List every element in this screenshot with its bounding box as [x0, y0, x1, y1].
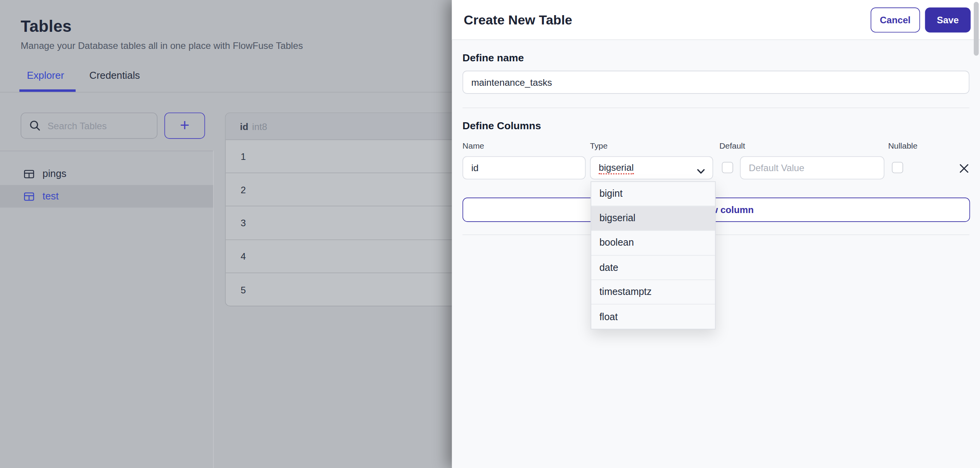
type-dropdown-menu: bigint bigserial boolean date timestampt…	[590, 181, 715, 329]
cell-value: 2	[241, 184, 246, 195]
section-divider	[462, 107, 969, 108]
column-name-value: id	[471, 163, 479, 173]
cell-value: 3	[241, 218, 246, 228]
panel-title: Create New Table	[464, 12, 870, 27]
cell-value: 4	[241, 251, 246, 261]
search-placeholder: Search Tables	[47, 120, 107, 131]
cell-value: 5	[241, 284, 246, 295]
dropdown-option-timestamptz[interactable]: timestamptz	[591, 280, 715, 304]
remove-column-button[interactable]	[958, 163, 970, 174]
close-icon	[959, 163, 968, 173]
table-list: pings test	[0, 163, 213, 208]
cell-value: 1	[241, 151, 246, 161]
table-item-label: test	[43, 191, 59, 202]
table-item-label: pings	[43, 168, 67, 179]
dropdown-option-float[interactable]: float	[591, 304, 715, 329]
table-icon	[24, 191, 34, 201]
sidebar-item-pings[interactable]: pings	[0, 163, 213, 185]
page-subtitle: Manage your Database tables all in one p…	[21, 40, 303, 50]
chevron-down-icon	[697, 166, 705, 176]
dropdown-option-bigserial[interactable]: bigserial	[591, 206, 715, 231]
column-type-value: bigserial	[599, 161, 634, 174]
save-button[interactable]: Save	[925, 7, 971, 32]
create-table-panel: Create New Table Cancel Save Define name…	[452, 0, 980, 468]
label-nullable: Nullable	[888, 141, 918, 151]
tab-divider	[0, 92, 452, 93]
section-divider	[462, 234, 969, 235]
column-name: id	[240, 121, 248, 132]
sidebar-item-test[interactable]: test	[0, 185, 213, 208]
add-new-column-button[interactable]: Add new column	[462, 198, 970, 222]
search-icon	[29, 120, 41, 131]
table-icon	[24, 168, 34, 179]
column-name-input[interactable]: id	[462, 156, 585, 180]
define-name-heading: Define name	[462, 52, 524, 64]
tab-credentials[interactable]: Credentials	[89, 70, 140, 81]
cancel-button[interactable]: Cancel	[871, 7, 920, 32]
default-checkbox[interactable]	[722, 162, 733, 173]
app-root: Tables Manage your Database tables all i…	[0, 0, 980, 468]
add-table-button[interactable]: +	[164, 113, 205, 139]
dropdown-option-bigint[interactable]: bigint	[591, 182, 715, 206]
nullable-checkbox[interactable]	[892, 162, 903, 173]
table-name-input[interactable]: maintenance_tasks	[462, 71, 969, 94]
default-value-placeholder: Default Value	[749, 163, 804, 173]
tab-explorer[interactable]: Explorer	[27, 70, 64, 81]
column-type: int8	[252, 121, 267, 132]
page-title: Tables	[21, 17, 72, 36]
label-default: Default	[719, 141, 745, 151]
sidebar-main-divider	[213, 151, 214, 468]
dropdown-option-date[interactable]: date	[591, 255, 715, 280]
scrollbar-thumb[interactable]	[974, 2, 979, 56]
dropdown-option-boolean[interactable]: boolean	[591, 231, 715, 255]
define-columns-heading: Define Columns	[462, 120, 541, 132]
search-input[interactable]: Search Tables	[21, 113, 158, 139]
default-value-input[interactable]: Default Value	[740, 156, 884, 180]
label-name: Name	[462, 141, 484, 151]
table-name-value: maintenance_tasks	[471, 77, 552, 87]
panel-header: Create New Table Cancel Save	[452, 0, 980, 40]
column-type-select[interactable]: bigserial	[590, 156, 713, 180]
sidebar-divider	[0, 151, 213, 151]
label-type: Type	[590, 141, 608, 151]
